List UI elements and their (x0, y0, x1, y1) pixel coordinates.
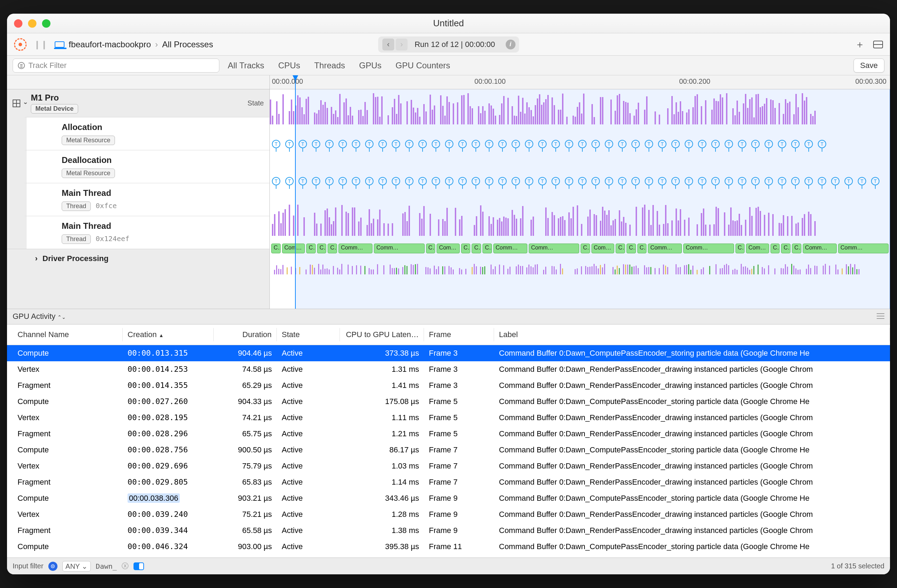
table-row[interactable]: Compute00:00.013.315904.46 µsActive373.3… (7, 345, 890, 361)
table-row[interactable]: Fragment00:00.014.35565.29 µsActive1.41 … (7, 377, 890, 394)
titlebar: Untitled (7, 14, 890, 33)
state-label: State (247, 99, 264, 107)
pause-button[interactable]: ❙❙ (34, 40, 47, 49)
table-row[interactable]: Vertex00:00.039.24075.21 µsActive1.28 ms… (7, 506, 890, 522)
device-header[interactable]: › M1 Pro Metal Device State (7, 89, 269, 117)
table-row[interactable]: Fragment00:00.039.34465.58 µsActive1.38 … (7, 522, 890, 539)
info-button[interactable]: i (506, 40, 516, 49)
track-main-thread-2[interactable]: Main Thread Thread0x124eef (21, 216, 269, 249)
lane-driver (270, 261, 890, 277)
table-row[interactable]: Compute00:00.028.756900.50 µsActive86.17… (7, 442, 890, 458)
selection-status: 1 of 315 selected (831, 562, 885, 570)
main: › M1 Pro Metal Device State Allocation M… (7, 75, 890, 574)
fullscreen-window-button[interactable] (42, 19, 51, 28)
clear-filter-button[interactable]: ⓧ (122, 561, 129, 571)
track-tabs: All Tracks CPUs Threads GPUs GPU Counter… (228, 61, 450, 70)
track-allocation[interactable]: Allocation Metal Resource (21, 117, 269, 150)
filter-row: Track Filter All Tracks CPUs Threads GPU… (7, 56, 890, 75)
breadcrumb-host: fbeaufort-macbookpro (69, 40, 151, 49)
lane-deallocation: TTTTTTTTTTTTTTTTTTTTTTTTTTTTTTTTTTTTTTTT… (270, 164, 890, 199)
sidebar-ruler-spacer (7, 75, 269, 89)
tab-all-tracks[interactable]: All Tracks (228, 61, 264, 70)
tab-cpus[interactable]: CPUs (278, 61, 300, 70)
breadcrumb-scope: All Processes (162, 40, 213, 49)
track-filter-input[interactable]: Track Filter (12, 58, 219, 72)
col-duration[interactable]: Duration (214, 328, 277, 341)
footer: Input filter ⊜ ANY ⌄ Dawn_ ⓧ 1 of 315 se… (7, 557, 890, 574)
next-run-button[interactable]: › (396, 38, 407, 51)
filter-text[interactable]: Dawn_ (96, 562, 117, 571)
device-badge: Metal Device (31, 104, 78, 113)
track-driver-processing[interactable]: › Driver Processing (7, 249, 269, 268)
timeline-canvas[interactable]: 00:00.000 00:00.100 00:00.200 00:00.300 … (270, 75, 890, 309)
instruments-window: Untitled ❙❙ fbeaufort-macbookpro › All P… (7, 14, 890, 574)
col-channel[interactable]: Channel Name (7, 328, 122, 341)
timeline-area: › M1 Pro Metal Device State Allocation M… (7, 75, 890, 309)
tab-gpus[interactable]: GPUs (359, 61, 381, 70)
prev-run-button[interactable]: ‹ (382, 38, 394, 51)
table-row[interactable]: Fragment00:00.028.29665.75 µsActive1.21 … (7, 426, 890, 442)
window-title: Untitled (433, 18, 464, 29)
table-row[interactable]: Compute00:00.046.324903.00 µsActive395.3… (7, 539, 890, 555)
time-ruler[interactable]: 00:00.000 00:00.100 00:00.200 00:00.300 (270, 75, 890, 89)
close-window-button[interactable] (14, 19, 23, 28)
filter-mode-dropdown[interactable]: ANY ⌄ (62, 561, 91, 571)
filter-toggle[interactable] (133, 562, 144, 570)
table-row[interactable]: Vertex00:00.047.26375.50 µsActive1.33 ms… (7, 555, 890, 558)
table-row[interactable]: Vertex00:00.028.19574.21 µsActive1.11 ms… (7, 410, 890, 426)
instrument-icon (12, 100, 20, 107)
columns-icon[interactable] (877, 313, 885, 320)
lane-allocation: TTTTTTTTTTTTTTTTTTTTTTTTTTTTTTTTTTTTTTTT… (270, 127, 890, 162)
lane-thread-2: C…Com…C…C…C…Comm…Comm…C…Com…C…C…C…Comm…C… (270, 238, 890, 259)
filter-token-icon[interactable]: ⊜ (48, 562, 57, 571)
chevron-right-icon: › (35, 254, 37, 263)
record-button[interactable] (14, 38, 27, 51)
input-filter-label: Input filter (12, 562, 43, 570)
library-button[interactable] (873, 41, 883, 48)
chevron-down-icon: › (22, 102, 29, 104)
chevron-right-icon: › (155, 40, 158, 49)
device-icon (55, 41, 64, 47)
col-creation[interactable]: Creation▲ (122, 328, 214, 341)
add-instrument-button[interactable]: ＋ (855, 38, 865, 51)
lane-thread-1 (270, 201, 890, 236)
gpu-activity-selector[interactable]: GPU Activity ⌃⌄ (7, 309, 890, 325)
table-body[interactable]: Compute00:00.013.315904.46 µsActive373.3… (7, 345, 890, 558)
tab-gpu-counters[interactable]: GPU Counters (396, 61, 450, 70)
table-header: Channel Name Creation▲ Duration State CP… (7, 325, 890, 345)
col-latency[interactable]: CPU to GPU Laten… (340, 328, 424, 341)
save-button[interactable]: Save (854, 58, 885, 72)
track-main-thread-1[interactable]: Main Thread Thread0xfce (21, 183, 269, 216)
table-row[interactable]: Vertex00:00.014.25374.58 µsActive1.31 ms… (7, 361, 890, 377)
table-row[interactable]: Compute00:00.027.260904.33 µsActive175.0… (7, 394, 890, 410)
minimize-window-button[interactable] (28, 19, 37, 28)
gpu-activity-table: Channel Name Creation▲ Duration State CP… (7, 325, 890, 558)
run-label: Run 12 of 12 | 00:00:00 (408, 40, 501, 49)
col-label[interactable]: Label (494, 328, 890, 341)
tab-threads[interactable]: Threads (314, 61, 345, 70)
run-navigator: ‹ › Run 12 of 12 | 00:00:00 i (378, 37, 519, 52)
track-filter-placeholder: Track Filter (28, 61, 67, 70)
col-frame[interactable]: Frame (424, 328, 494, 341)
breadcrumb[interactable]: fbeaufort-macbookpro › All Processes (55, 40, 213, 49)
playhead[interactable] (295, 75, 296, 309)
table-row[interactable]: Compute00:00.038.306903.21 µsActive343.4… (7, 490, 890, 506)
col-state[interactable]: State (277, 328, 340, 341)
toolbar: ❙❙ fbeaufort-macbookpro › All Processes … (7, 33, 890, 56)
device-name: M1 Pro (31, 93, 78, 103)
track-deallocation[interactable]: Deallocation Metal Resource (21, 150, 269, 183)
lane-state (270, 89, 890, 124)
table-row[interactable]: Fragment00:00.029.80565.83 µsActive1.14 … (7, 474, 890, 490)
table-row[interactable]: Vertex00:00.029.69675.79 µsActive1.03 ms… (7, 458, 890, 474)
traffic-lights (14, 19, 51, 28)
filter-icon (18, 62, 25, 69)
track-sidebar: › M1 Pro Metal Device State Allocation M… (7, 75, 270, 309)
